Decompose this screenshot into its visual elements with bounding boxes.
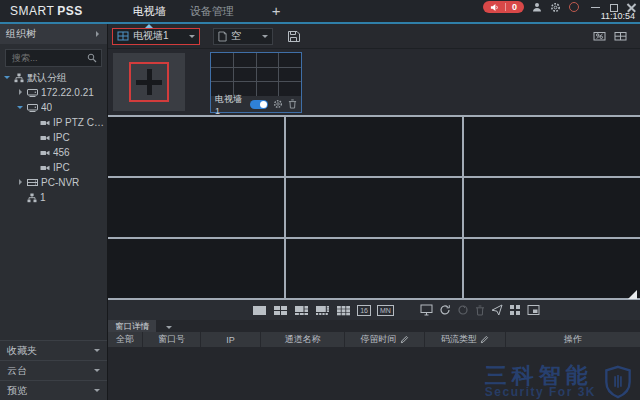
add-tab-button[interactable]: + <box>272 6 281 16</box>
screen-display-icon <box>614 31 627 42</box>
loop-button-disabled[interactable] <box>457 304 469 317</box>
wall-thumbnail-grid <box>211 53 301 96</box>
camera-icon <box>40 134 50 142</box>
tree-item-172-22-0-21[interactable]: 172.22.0.21 <box>0 85 107 100</box>
status-ring-icon[interactable] <box>569 2 579 12</box>
brand-smart: SMART <box>10 4 54 18</box>
wall-thumbnail-selected[interactable]: 电视墙1 <box>210 52 302 113</box>
panel-云台[interactable]: 云台 <box>0 360 107 380</box>
edit-icon[interactable] <box>400 335 409 344</box>
gear-icon <box>273 99 283 109</box>
wall-enable-toggle[interactable] <box>250 100 268 109</box>
edit-icon[interactable] <box>480 335 489 344</box>
refresh-icon <box>439 304 451 316</box>
split-8-button[interactable] <box>315 304 330 317</box>
wall-delete-button[interactable] <box>288 99 297 109</box>
grid-resize-handle[interactable] <box>628 290 637 299</box>
send-to-wall-button[interactable] <box>491 304 503 317</box>
app-logo: SMARTPSS <box>10 4 83 18</box>
expander-spacer <box>30 164 37 171</box>
plan-select-dropdown[interactable]: 空 <box>213 28 273 45</box>
split-16-button[interactable]: 16 <box>357 305 371 316</box>
video-wall-cell-9[interactable] <box>464 239 640 298</box>
tree-item-ipc[interactable]: IPC <box>0 160 107 175</box>
tree-item-label: IPC <box>53 132 70 143</box>
expander-right-icon[interactable] <box>17 179 24 186</box>
column-header-3[interactable]: 通道名称 <box>261 332 345 347</box>
video-wall-grid <box>108 115 640 300</box>
panel-收藏夹[interactable]: 收藏夹 <box>0 340 107 360</box>
panel-label: 云台 <box>7 364 27 378</box>
split-4-button[interactable] <box>273 304 288 317</box>
screen-setting-icon <box>593 31 606 42</box>
video-wall-cell-5[interactable] <box>286 178 462 237</box>
wall-toolbar: 电视墙1 空 <box>108 24 640 48</box>
video-wall-cell-1[interactable] <box>108 117 284 176</box>
tree-item-ipc[interactable]: IPC <box>0 130 107 145</box>
column-header-6[interactable]: 操作 <box>506 332 640 347</box>
user-icon[interactable] <box>532 2 542 12</box>
column-header-2[interactable]: IP <box>201 332 261 347</box>
search-box <box>5 49 102 67</box>
search-input[interactable] <box>10 52 87 64</box>
minimize-button[interactable] <box>591 3 600 12</box>
tab-tv-wall[interactable]: 电视墙 <box>131 1 168 22</box>
video-wall-cell-4[interactable] <box>108 178 284 237</box>
split-1-button[interactable] <box>252 304 267 317</box>
video-wall-cell-6[interactable] <box>464 178 640 237</box>
tree-item-40[interactable]: 40 <box>0 100 107 115</box>
watermark-subtitle: Security For 3K <box>485 385 596 399</box>
gear-icon[interactable] <box>550 2 561 13</box>
column-header-1[interactable]: 窗口号 <box>143 332 201 347</box>
save-button[interactable] <box>287 30 300 43</box>
video-wall-cell-7[interactable] <box>108 239 284 298</box>
video-wall-cell-8[interactable] <box>286 239 462 298</box>
badge-divider <box>505 3 506 11</box>
chevron-right-icon <box>94 31 101 38</box>
delete-button-disabled[interactable] <box>475 304 485 317</box>
vendor-watermark: 三科智能 Security For 3K <box>485 364 632 399</box>
wall-settings-button[interactable] <box>273 99 283 109</box>
wall-select-dropdown[interactable]: 电视墙1 <box>112 28 200 45</box>
tree-item-label: 1 <box>40 192 46 203</box>
tree-item-1[interactable]: 1 <box>0 190 107 205</box>
video-wall-cell-3[interactable] <box>464 117 640 176</box>
split-custom-button[interactable]: MN <box>377 305 394 316</box>
column-header-4[interactable]: 停留时间 <box>345 332 425 347</box>
add-wall-tile[interactable] <box>113 53 185 111</box>
speaker-icon <box>490 3 499 12</box>
panel-预览[interactable]: 预览 <box>0 380 107 400</box>
alarm-count: 0 <box>512 2 517 12</box>
panel-label: 收藏夹 <box>7 344 37 358</box>
column-header-0[interactable]: 全部 <box>108 332 143 347</box>
output-screen-button[interactable] <box>420 304 433 317</box>
shield-logo-icon <box>604 365 632 399</box>
screen-box-button[interactable] <box>527 304 540 317</box>
refresh-button[interactable] <box>439 304 451 317</box>
video-wall-cell-2[interactable] <box>286 117 462 176</box>
tree-item-pc-nvr[interactable]: PC-NVR <box>0 175 107 190</box>
add-wall-icon <box>129 62 169 102</box>
alarm-badge[interactable]: 0 <box>483 1 524 13</box>
expander-down-icon[interactable] <box>4 74 11 81</box>
tree-item-456[interactable]: 456 <box>0 145 107 160</box>
expander-down-icon[interactable] <box>17 104 24 111</box>
screen-display-button[interactable] <box>614 31 627 42</box>
tree-item--[interactable]: 默认分组 <box>0 70 107 85</box>
tab-window-detail[interactable]: 窗口详情 <box>108 320 156 332</box>
column-header-5[interactable]: 码流类型 <box>425 332 506 347</box>
search-icon[interactable] <box>87 53 97 63</box>
split-9-button[interactable] <box>336 304 351 317</box>
wall-name-label: 电视墙1 <box>215 93 245 116</box>
device-sidebar: 组织树 默认分组172.22.0.2140IP PTZ CameraIPC456… <box>0 24 108 400</box>
tree-item-ip-ptz-camera[interactable]: IP PTZ Camera <box>0 115 107 130</box>
screen-setting-button[interactable] <box>593 31 606 42</box>
expander-spacer <box>30 134 37 141</box>
split-toolbar: 16 MN <box>108 300 640 320</box>
split-6-button[interactable] <box>294 304 309 317</box>
expander-right-icon[interactable] <box>17 89 24 96</box>
expand-view-button[interactable] <box>509 304 521 317</box>
column-label: 通道名称 <box>285 333 321 346</box>
sidebar-header[interactable]: 组织树 <box>0 24 107 44</box>
tab-device-management[interactable]: 设备管理 <box>188 1 236 22</box>
